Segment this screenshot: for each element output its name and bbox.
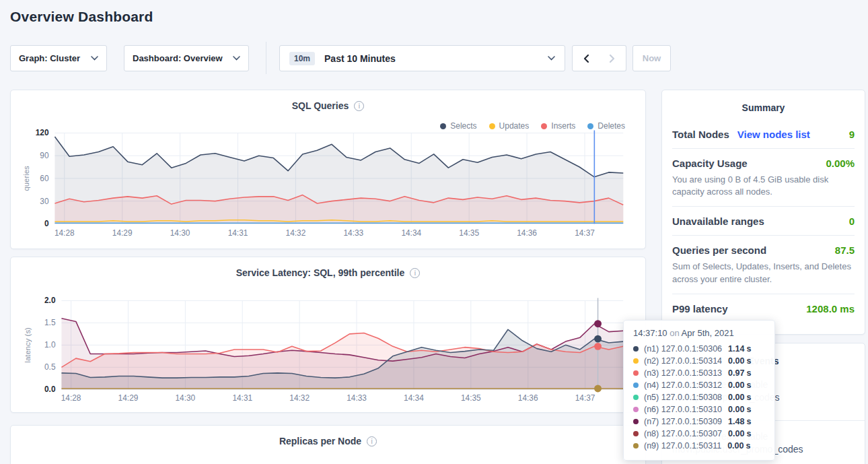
summary-row: Capacity Usage0.00%You are using 0 B of … xyxy=(672,148,855,206)
sql-queries-chart[interactable]: 14:2814:2914:3014:3114:3214:3314:3414:35… xyxy=(11,90,645,248)
svg-text:14:37: 14:37 xyxy=(575,393,595,403)
tooltip-node-value: 0.00 xyxy=(728,429,744,438)
node-color-dot-icon xyxy=(633,431,639,436)
summary-row-label: Capacity Usage xyxy=(672,158,748,169)
tooltip-node-value: 0.00 xyxy=(728,405,744,414)
tooltip-node-label: (n3) 127.0.0.1:50313 xyxy=(644,368,722,378)
time-range-picker[interactable]: 10m Past 10 Minutes xyxy=(279,45,565,71)
legend-item-inserts[interactable]: Inserts xyxy=(541,121,575,131)
legend-dot-icon xyxy=(440,123,446,129)
tooltip-row: (n5) 127.0.0.1:503080.00s xyxy=(633,391,765,403)
tooltip-row: (n6) 127.0.0.1:503100.00s xyxy=(633,403,765,416)
tooltip-node-label: (n4) 127.0.0.1:50312 xyxy=(644,380,722,390)
tooltip-row: (n8) 127.0.0.1:503070.00s xyxy=(633,428,765,440)
sql-queries-legend: SelectsUpdatesInsertsDeletes xyxy=(440,121,625,131)
legend-label: Selects xyxy=(450,121,476,131)
replicas-per-node-title-text: Replicas per Node xyxy=(279,436,361,446)
tooltip-node-unit: s xyxy=(746,344,751,354)
tooltip-time: 14:37:10 xyxy=(633,328,667,338)
tooltip-node-unit: s xyxy=(746,417,751,426)
tooltip-node-unit: s xyxy=(746,441,750,451)
replicas-per-node-panel: Replicas per Node i xyxy=(10,425,646,464)
legend-item-updates[interactable]: Updates xyxy=(489,121,530,131)
svg-text:latency (s): latency (s) xyxy=(24,327,32,363)
node-color-dot-icon xyxy=(633,443,639,449)
tooltip-node-label: (n5) 127.0.0.1:50308 xyxy=(644,393,722,402)
tooltip-node-value: 0.00 xyxy=(727,441,744,451)
tooltip-node-unit: s xyxy=(746,380,751,390)
info-icon[interactable]: i xyxy=(367,436,377,446)
summary-row-label: P99 latency xyxy=(672,303,728,314)
chart-tooltip: 14:37:10 on Apr 5th, 2021 (n1) 127.0.0.1… xyxy=(623,320,775,461)
now-button[interactable]: Now xyxy=(632,45,671,71)
chevron-left-icon xyxy=(583,54,589,63)
tooltip-on-text: on xyxy=(670,328,679,338)
chevron-down-icon xyxy=(91,56,98,61)
graph-dropdown[interactable]: Graph: Cluster xyxy=(10,45,107,71)
svg-text:14:32: 14:32 xyxy=(286,228,306,238)
svg-text:14:33: 14:33 xyxy=(343,228,363,238)
summary-row-value: 1208.0 ms xyxy=(806,303,855,314)
svg-text:14:34: 14:34 xyxy=(404,393,424,403)
legend-dot-icon xyxy=(489,123,495,129)
summary-row-subtext: You are using 0 B of 4.5 GiB usable disk… xyxy=(672,174,855,198)
legend-label: Deletes xyxy=(598,121,625,131)
legend-dot-icon xyxy=(587,123,593,129)
summary-row: P99 latency1208.0 ms xyxy=(672,294,855,323)
view-nodes-list-link[interactable]: View nodes list xyxy=(737,129,810,140)
legend-item-deletes[interactable]: Deletes xyxy=(587,121,625,131)
time-range-badge: 10m xyxy=(289,52,315,65)
info-icon[interactable]: i xyxy=(410,268,420,278)
summary-row-label: Queries per second xyxy=(672,244,766,256)
svg-text:14:34: 14:34 xyxy=(401,228,421,238)
svg-text:0.5: 0.5 xyxy=(44,362,56,372)
summary-title: Summary xyxy=(662,90,865,113)
tooltip-timestamp: 14:37:10 on Apr 5th, 2021 xyxy=(633,328,765,338)
node-color-dot-icon xyxy=(633,370,639,376)
svg-text:14:36: 14:36 xyxy=(518,393,538,403)
summary-row-value: 0.00% xyxy=(826,158,855,169)
tooltip-node-label: (n2) 127.0.0.1:50314 xyxy=(644,356,722,366)
summary-row: Total NodesView nodes list9 xyxy=(672,120,855,148)
tooltip-row: (n2) 127.0.0.1:503140.00s xyxy=(633,355,765,367)
chevron-right-icon xyxy=(609,54,616,63)
time-range-next-button[interactable] xyxy=(599,45,626,71)
tooltip-row: (n1) 127.0.0.1:503061.14s xyxy=(633,343,765,355)
svg-text:1.0: 1.0 xyxy=(44,340,56,350)
service-latency-title: Service Latency: SQL, 99th percentile i xyxy=(11,257,645,278)
summary-panel: Summary Total NodesView nodes list9Capac… xyxy=(661,90,865,335)
svg-text:14:35: 14:35 xyxy=(461,393,481,403)
tooltip-node-value: 1.48 xyxy=(728,417,744,426)
svg-text:14:29: 14:29 xyxy=(112,228,133,238)
tooltip-node-label: (n7) 127.0.0.1:50309 xyxy=(644,417,722,426)
legend-label: Updates xyxy=(499,121,530,131)
tooltip-node-value: 0.00 xyxy=(728,356,744,366)
svg-text:14:28: 14:28 xyxy=(61,393,81,403)
info-icon[interactable]: i xyxy=(354,101,364,111)
tooltip-node-label: (n9) 127.0.0.1:50311 xyxy=(644,441,721,451)
sql-queries-title: SQL Queries i xyxy=(11,90,645,111)
summary-row: Queries per second87.5Sum of Selects, Up… xyxy=(672,235,855,293)
svg-text:queries: queries xyxy=(22,166,30,191)
tooltip-row: (n4) 127.0.0.1:503120.00s xyxy=(633,379,765,391)
svg-text:120: 120 xyxy=(36,128,49,137)
page-title: Overview Dashboard xyxy=(10,9,153,25)
svg-text:14:30: 14:30 xyxy=(170,228,190,238)
svg-text:14:31: 14:31 xyxy=(232,393,252,403)
tooltip-node-unit: s xyxy=(746,356,751,366)
legend-item-selects[interactable]: Selects xyxy=(440,121,476,131)
time-range-prev-button[interactable] xyxy=(572,45,600,71)
tooltip-node-unit: s xyxy=(746,368,751,378)
summary-row-label: Unavailable ranges xyxy=(672,216,764,227)
tooltip-row: (n3) 127.0.0.1:503130.97s xyxy=(633,367,765,379)
tooltip-node-label: (n6) 127.0.0.1:50310 xyxy=(644,405,722,414)
dashboard-dropdown[interactable]: Dashboard: Overview xyxy=(124,45,249,71)
service-latency-panel: Service Latency: SQL, 99th percentile i … xyxy=(10,257,646,413)
node-color-dot-icon xyxy=(633,419,639,424)
overview-dashboard-page: Overview Dashboard Graph: Cluster Dashbo… xyxy=(0,0,868,464)
service-latency-chart[interactable]: 14:2814:2914:3014:3114:3214:3314:3414:35… xyxy=(11,257,645,412)
svg-text:30: 30 xyxy=(40,197,49,206)
chevron-down-icon xyxy=(548,56,555,61)
tooltip-row: (n7) 127.0.0.1:503091.48s xyxy=(633,416,765,428)
tooltip-node-unit: s xyxy=(746,405,751,414)
